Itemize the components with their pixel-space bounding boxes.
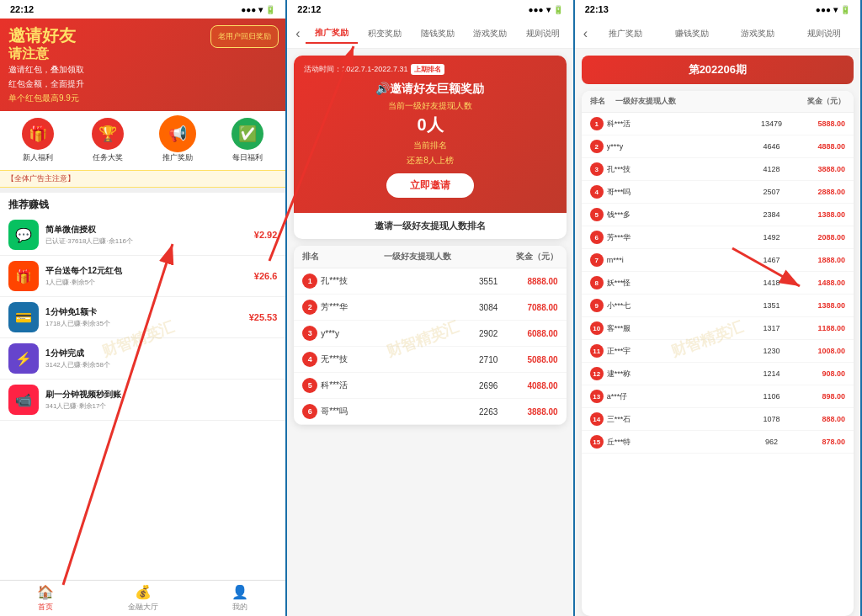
- icon-item-welfare[interactable]: 🎁 新人福利: [22, 118, 54, 163]
- lb-count-5: 2263: [466, 407, 512, 417]
- task-info-0: 简单微信授权 已认证·37618人已赚·余116个: [45, 224, 247, 246]
- tab3-promote[interactable]: 推广奖励: [593, 24, 659, 43]
- nav-finance-label: 金融大厅: [128, 602, 158, 613]
- tab-rules[interactable]: 规则说明: [517, 24, 570, 43]
- lb-row-2: 3 y***y 2902 6088.00: [294, 321, 566, 347]
- lb3-count-3: 2507: [744, 188, 799, 196]
- lb-name-0: 孔***技: [317, 275, 465, 287]
- lb3-row-0: 1 科***活 13479 5888.00: [582, 113, 854, 135]
- lb-row-4: 5 科***活 2696 4088.00: [294, 373, 566, 399]
- wifi-icon: ▾: [258, 5, 263, 14]
- lb3-name-1: y***y: [604, 142, 744, 151]
- back-button-2[interactable]: ‹: [290, 26, 305, 41]
- lb3-name-5: 芳***华: [604, 232, 744, 243]
- tab-game-rewards[interactable]: 游戏奖励: [464, 24, 517, 43]
- nav-finance[interactable]: 💰 金融大厅: [128, 584, 158, 613]
- lb3-count-11: 1214: [744, 369, 799, 378]
- lb3-count-14: 962: [744, 438, 799, 446]
- status-bar-2: 22:12 ●●● ▾ 🔋: [287, 0, 572, 19]
- lb-row-3: 4 无***技 2710 5088.00: [294, 347, 566, 373]
- lb3-prize-2: 3888.00: [799, 165, 845, 173]
- icon-welfare: 🎁: [22, 118, 54, 150]
- lb3-name-0: 科***活: [604, 119, 744, 130]
- back-button-3[interactable]: ‹: [578, 26, 593, 41]
- status-bar-3: 22:13 ●●● ▾ 🔋: [575, 0, 860, 19]
- lb3-row-3: 4 哥***吗 2507 2888.00: [582, 181, 854, 204]
- banner-left: 邀请好友 请注意 邀请红包，叠加领取 红包金额，全面提升 单个红包最高9.9元: [8, 25, 84, 104]
- task-item-0[interactable]: 💬 简单微信授权 已认证·37618人已赚·余116个 ¥2.92: [0, 215, 285, 256]
- lb-name-5: 哥***吗: [317, 406, 465, 417]
- lb3-name-11: 逮***称: [604, 369, 744, 380]
- icon-item-promote[interactable]: 📢 推广奖励: [162, 118, 194, 163]
- lb3-row-12: 13 a***仔 1106 898.00: [582, 385, 854, 408]
- task-item-1[interactable]: 🎁 平台送每个12元红包 1人已赚·剩余5个 ¥26.6: [0, 256, 285, 297]
- banner-title: 邀请好友: [8, 25, 84, 45]
- lb3-row-2: 3 孔***技 4128 3888.00: [582, 158, 854, 181]
- tab-bar-2: ‹ 推广奖励 积变奖励 随钱奖励 游戏奖励 规则说明: [287, 19, 572, 49]
- lb3-rank-6: 7: [590, 253, 604, 267]
- status-icons-3: ●●● ▾ 🔋: [816, 5, 850, 14]
- lb3-prize-7: 1488.00: [799, 279, 845, 287]
- banner-right: 老用户回归奖励: [210, 25, 279, 48]
- lb3-rank-9: 10: [590, 321, 604, 335]
- nav-profile[interactable]: 👤 我的: [231, 584, 248, 613]
- lb-name-1: 芳***华: [317, 301, 465, 313]
- task-item-2[interactable]: 💳 1分钟免1额卡 1718人已赚·剩余35个 ¥25.53: [0, 297, 285, 338]
- lb3-prize-10: 1008.00: [799, 347, 845, 355]
- task-desc-0: 已认证·37618人已赚·余116个: [45, 236, 247, 246]
- nav-home[interactable]: 🏠 首页: [37, 584, 54, 613]
- lb3-row-14: 15 丘***特 962 878.00: [582, 431, 854, 454]
- tab3-rules[interactable]: 规则说明: [790, 24, 857, 43]
- task-item-3[interactable]: ⚡ 1分钟完成 3142人已赚·剩余58个: [0, 338, 285, 380]
- lb3-prize-1: 4888.00: [799, 142, 845, 151]
- icon-promote: 📢: [162, 118, 194, 150]
- lb-name-4: 科***活: [317, 380, 465, 391]
- task-thumb-0: 💬: [8, 220, 39, 250]
- panel-2: 22:12 ●●● ▾ 🔋 ‹ 推广奖励 积变奖励 随钱奖励 游戏奖励 规则说明…: [287, 0, 574, 616]
- task-desc-4: 341人已赚·剩余17个: [45, 401, 270, 411]
- lb3-rank-3: 4: [590, 185, 604, 199]
- time-3: 22:13: [585, 4, 609, 14]
- lb-rank-3: 4: [302, 352, 317, 367]
- tab3-game[interactable]: 游戏奖励: [725, 24, 791, 43]
- task-amount-2: ¥25.53: [249, 312, 278, 322]
- lb3-count-6: 1467: [744, 256, 799, 264]
- status-bar-1: 22:12 ●●● ▾ 🔋: [0, 0, 285, 19]
- lb3-name-13: 三***石: [604, 414, 744, 425]
- leaderboard-card-2: 排名 一级好友提现人数 奖金（元） 1 孔***技 3551 8888.00 2…: [294, 246, 566, 425]
- task-thumb-4: 📹: [8, 385, 39, 415]
- lb3-rank-8: 9: [590, 299, 604, 312]
- task-name-0: 简单微信授权: [45, 224, 247, 236]
- lb3-name-header: 一级好友提现人数: [615, 96, 799, 107]
- tab3-earn[interactable]: 赚钱奖励: [658, 24, 725, 43]
- lb3-prize-3: 2888.00: [799, 188, 845, 196]
- lb-col-prize-header: 奖金（元）: [512, 251, 558, 263]
- tab-random-rewards[interactable]: 随钱奖励: [411, 24, 464, 43]
- section-title: 推荐赚钱: [0, 188, 285, 215]
- icon-label-promote: 推广奖励: [162, 152, 193, 163]
- tab-points-rewards[interactable]: 积变奖励: [358, 24, 411, 43]
- icon-item-daily[interactable]: ✅ 每日福利: [231, 118, 263, 163]
- status-icons-1: ●●● ▾ 🔋: [241, 5, 275, 14]
- invite-rank-sub: 还差8人上榜: [304, 155, 556, 167]
- profile-icon: 👤: [231, 584, 248, 600]
- promo-bar: 【全体广告主注意】: [0, 170, 285, 188]
- lb-rank-2: 3: [302, 326, 317, 341]
- lb3-row-9: 10 客***服 1317 1188.00: [582, 317, 854, 340]
- battery-icon: 🔋: [265, 5, 275, 14]
- task-desc-1: 1人已赚·剩余5个: [45, 278, 247, 287]
- invite-button[interactable]: 立即邀请: [386, 173, 474, 198]
- time-2: 22:12: [297, 4, 321, 14]
- lb-rank-0: 1: [302, 273, 317, 289]
- icon-item-prize[interactable]: 🏆 任务大奖: [92, 118, 124, 163]
- task-thumb-1: 🎁: [8, 261, 39, 291]
- invite-rank: 当前排名: [304, 140, 556, 151]
- lb3-name-7: 妖***怪: [604, 278, 744, 289]
- tab-promote-rewards[interactable]: 推广奖励: [306, 24, 359, 44]
- lb-rank-1: 2: [302, 300, 317, 315]
- lb3-prize-0: 5888.00: [799, 119, 845, 128]
- task-item-4[interactable]: 📹 刷一分钟视频秒到账 341人已赚·剩余17个: [0, 380, 285, 421]
- home-icon: 🏠: [37, 584, 54, 600]
- lb-prize-2: 6088.00: [512, 329, 558, 338]
- task-desc-2: 1718人已赚·剩余35个: [45, 319, 242, 328]
